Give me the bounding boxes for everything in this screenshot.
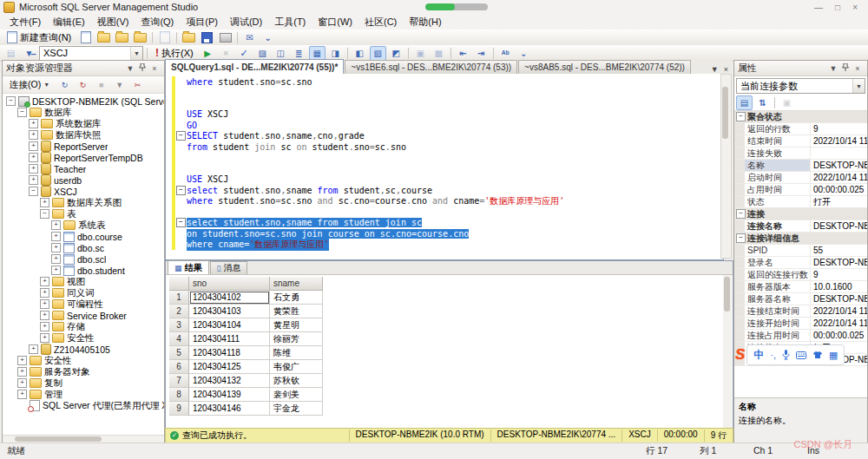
tree-item[interactable]: −XSCJ — [3, 186, 164, 197]
property-row[interactable]: 服务器版本10.0.1600 — [734, 281, 867, 293]
tree-item[interactable]: +数据库快照 — [3, 129, 164, 141]
collapse-icon[interactable]: − — [736, 112, 746, 121]
code-line[interactable]: where student.sno=sc.sno and sc.cno=cour… — [166, 196, 723, 207]
close-button[interactable]: × — [852, 3, 858, 12]
property-row[interactable]: 启动时间2022/10/14 11:33:29 — [734, 172, 867, 184]
tree-item[interactable]: −数据库 — [3, 107, 164, 118]
results-tab-results[interactable]: ▦结果 — [168, 260, 209, 274]
code-line[interactable] — [166, 153, 723, 164]
microphone-icon[interactable] — [782, 350, 790, 360]
indent-decrease-icon[interactable]: ⇤ — [455, 46, 471, 61]
cell-sno[interactable]: 1204304102 — [189, 291, 270, 305]
property-row[interactable]: 状态打开 — [734, 196, 867, 208]
tree-item[interactable]: +安全性 — [3, 355, 164, 366]
property-value[interactable]: DESKTOP-NBME2IK — [811, 294, 867, 304]
cell-sname[interactable]: 苏秋钦 — [270, 374, 323, 388]
row-number[interactable]: 8 — [169, 388, 189, 402]
tree-item[interactable]: +系统表 — [3, 220, 164, 231]
property-row[interactable]: 服务器名称DESKTOP-NBME2IK — [734, 293, 867, 305]
expand-icon[interactable]: + — [51, 254, 61, 264]
refresh-icon[interactable]: ↻ — [56, 77, 73, 92]
editor-vscrollbar[interactable] — [720, 74, 732, 259]
results-to-file-icon[interactable]: ◨ — [327, 46, 344, 61]
document-tab[interactable]: ~vs8AB5.sql - DES...BME2IK\20774 (52)) — [518, 60, 691, 74]
property-value[interactable]: 2022/10/14 11:33:29 — [811, 136, 867, 146]
tree-item[interactable]: +Teacher — [3, 163, 164, 174]
close-panel-icon[interactable]: × — [852, 64, 864, 73]
property-value[interactable]: 2022/10/14 11:33:29 — [811, 318, 867, 328]
auto-refresh-icon[interactable]: ↻ — [75, 77, 91, 92]
expand-icon[interactable]: + — [40, 333, 49, 343]
estimated-plan-icon[interactable]: ◧ — [352, 46, 368, 61]
tree-item[interactable]: +dbo.sc — [3, 242, 164, 253]
code-line[interactable] — [166, 88, 723, 99]
collapse-icon[interactable]: − — [29, 187, 38, 196]
save-icon[interactable] — [199, 30, 215, 45]
cell-sno[interactable]: 1204304146 — [189, 402, 270, 416]
menu-item[interactable]: 查询(Q) — [135, 14, 180, 30]
pin-icon[interactable] — [136, 63, 148, 73]
tree-item[interactable]: −DESKTOP-NBME2IK (SQL Server 10.0.160 — [3, 95, 164, 107]
stop-button[interactable]: ■ — [218, 46, 234, 61]
code-line[interactable]: USE XSCJ — [166, 174, 723, 186]
expand-icon[interactable]: + — [40, 288, 49, 298]
expand-icon[interactable]: + — [29, 153, 38, 162]
results-to-grid-icon[interactable]: ▦ — [309, 46, 326, 61]
tree-item[interactable]: +dbo.scl — [3, 253, 164, 265]
open-project-icon[interactable] — [132, 30, 148, 45]
property-row[interactable]: 连接占用时间00:00:00.025 — [734, 330, 867, 342]
fold-toggle-icon[interactable]: − — [176, 131, 186, 141]
property-value[interactable]: DESKTOP-NBME2IK — [811, 161, 867, 170]
mail-icon[interactable]: ✉ — [241, 30, 258, 45]
toolbar-overflow-icon[interactable]: ⌄ — [516, 46, 532, 61]
collapse-icon[interactable]: − — [40, 209, 49, 219]
property-row[interactable]: SPID55 — [734, 245, 867, 257]
menu-item[interactable]: 窗口(W) — [312, 14, 358, 30]
sqlcmd-icon[interactable]: ▣ — [412, 46, 429, 61]
code-line[interactable] — [166, 98, 723, 109]
expand-icon[interactable]: + — [51, 243, 61, 252]
property-value[interactable]: 9 — [811, 124, 867, 134]
parse-button[interactable]: ✓ — [236, 46, 253, 61]
property-row[interactable]: 连接开始时间2022/10/14 11:33:29 — [734, 318, 867, 330]
document-tab[interactable]: ~vs1BE6.sql - DES...BME2IK\20774 (53)) — [345, 60, 517, 74]
tree-item[interactable]: +dbo.course — [3, 231, 164, 242]
property-group[interactable]: −连接 — [734, 208, 867, 220]
menu-item[interactable]: 视图(V) — [91, 14, 135, 30]
code-line[interactable]: on student.sno=sc.sno join course on sc.… — [166, 228, 723, 239]
tree-item[interactable]: +同义词 — [3, 287, 164, 298]
intellisense-icon[interactable]: ◫ — [273, 46, 289, 61]
cell-sname[interactable]: 黄星明 — [270, 318, 323, 332]
connection-params-combo[interactable]: 当前连接参数 ▼ — [736, 78, 865, 94]
tree-item[interactable]: +数据库关系图 — [3, 197, 164, 208]
tree-item[interactable]: +服务器对象 — [3, 366, 164, 377]
code-line[interactable]: −select student.sno,sname from student,s… — [166, 185, 723, 196]
tree-item[interactable]: +可编程性 — [3, 298, 164, 310]
panel-menu-icon[interactable]: ▼ — [124, 64, 136, 73]
expand-icon[interactable]: + — [17, 378, 27, 388]
categorize-icon[interactable]: ▤ — [736, 95, 753, 110]
expand-icon[interactable]: + — [29, 164, 38, 174]
cell-sname[interactable]: 徐丽芳 — [270, 332, 323, 346]
tree-item[interactable]: SQL Server 代理(已禁用代理 XP) — [3, 400, 164, 411]
code-line[interactable]: from student join sc on student.sno=sc.s… — [166, 141, 723, 153]
keyboard-icon[interactable] — [796, 351, 806, 359]
skin-icon[interactable] — [812, 351, 823, 359]
column-header[interactable]: sname — [270, 277, 323, 291]
client-statistics-icon[interactable]: ◩ — [388, 46, 404, 61]
column-header[interactable]: sno — [189, 277, 270, 291]
results-tab-messages[interactable]: ▯消息 — [210, 261, 248, 274]
available-databases-combo[interactable]: XSCJ▼ — [39, 46, 143, 61]
tree-item[interactable]: +安全性 — [3, 332, 164, 344]
debug-button[interactable]: ▶ — [200, 46, 216, 61]
expand-icon[interactable]: + — [51, 266, 61, 275]
row-number[interactable]: 3 — [169, 318, 189, 332]
property-row[interactable]: 连接失败 — [734, 148, 867, 160]
cell-sname[interactable]: 裴剑美 — [270, 388, 323, 402]
tree-item[interactable]: +Service Broker — [3, 310, 164, 321]
code-line[interactable]: where student.sno=sc.sno — [166, 76, 723, 88]
specify-values-icon[interactable]: ᴬᵇ — [497, 46, 514, 61]
expand-icon[interactable]: + — [40, 277, 49, 286]
menu-item[interactable]: 工具(T) — [268, 14, 312, 30]
property-pages-icon[interactable]: ▣ — [779, 95, 795, 110]
